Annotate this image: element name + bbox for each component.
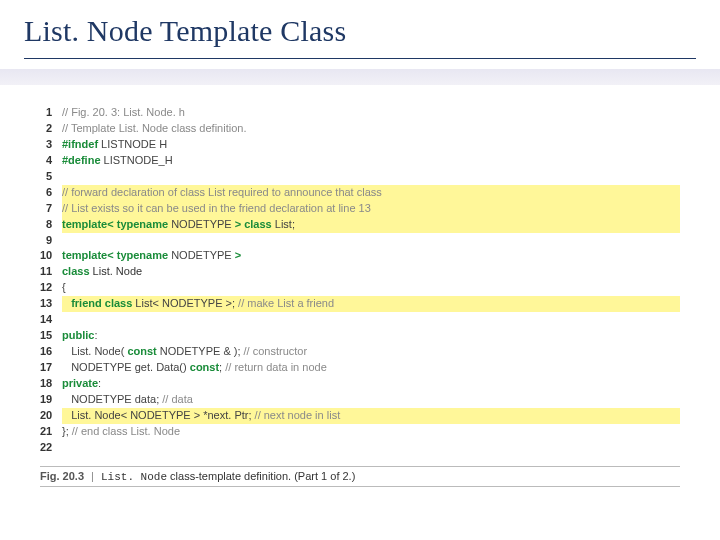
page-title: List. Node Template Class bbox=[24, 14, 696, 48]
line-number: 19 bbox=[40, 392, 62, 408]
line-number: 8 bbox=[40, 217, 62, 233]
code-text: { bbox=[62, 280, 680, 296]
line-number: 2 bbox=[40, 121, 62, 137]
code-line: 9 bbox=[40, 233, 680, 249]
code-line: 19 NODETYPE data; // data bbox=[40, 392, 680, 408]
title-underline bbox=[24, 58, 696, 59]
line-number: 18 bbox=[40, 376, 62, 392]
line-number: 21 bbox=[40, 424, 62, 440]
line-number: 11 bbox=[40, 264, 62, 280]
code-line: 21}; // end class List. Node bbox=[40, 424, 680, 440]
line-number: 9 bbox=[40, 233, 62, 249]
code-text bbox=[62, 312, 680, 328]
code-line: 20 List. Node< NODETYPE > *next. Ptr; //… bbox=[40, 408, 680, 424]
code-text: friend class List< NODETYPE >; // make L… bbox=[62, 296, 680, 312]
code-line: 3#ifndef LISTNODE H bbox=[40, 137, 680, 153]
line-number: 17 bbox=[40, 360, 62, 376]
code-line: 15public: bbox=[40, 328, 680, 344]
caption-separator: | bbox=[87, 470, 98, 482]
code-line: 11class List. Node bbox=[40, 264, 680, 280]
line-number: 3 bbox=[40, 137, 62, 153]
code-line: 12{ bbox=[40, 280, 680, 296]
caption-post: class-template definition. (Part 1 of 2.… bbox=[167, 470, 355, 482]
line-number: 22 bbox=[40, 440, 62, 456]
code-line: 2// Template List. Node class definition… bbox=[40, 121, 680, 137]
code-text bbox=[62, 169, 680, 185]
code-text: #ifndef LISTNODE H bbox=[62, 137, 680, 153]
code-text: template< typename NODETYPE > class List… bbox=[62, 217, 680, 233]
code-line: 6// forward declaration of class List re… bbox=[40, 185, 680, 201]
code-line: 16 List. Node( const NODETYPE & ); // co… bbox=[40, 344, 680, 360]
code-text: List. Node( const NODETYPE & ); // const… bbox=[62, 344, 680, 360]
code-text: // Template List. Node class definition. bbox=[62, 121, 680, 137]
figure-caption: Fig. 20.3 | List. Node class-template de… bbox=[40, 466, 680, 487]
code-line: 8template< typename NODETYPE > class Lis… bbox=[40, 217, 680, 233]
code-text: NODETYPE data; // data bbox=[62, 392, 680, 408]
gradient-band bbox=[0, 69, 720, 85]
line-number: 5 bbox=[40, 169, 62, 185]
code-text: #define LISTNODE_H bbox=[62, 153, 680, 169]
code-line: 4#define LISTNODE_H bbox=[40, 153, 680, 169]
line-number: 15 bbox=[40, 328, 62, 344]
figure-label: Fig. 20.3 bbox=[40, 470, 84, 482]
code-text bbox=[62, 233, 680, 249]
caption-mono: List. Node bbox=[101, 471, 167, 483]
code-text: NODETYPE get. Data() const; // return da… bbox=[62, 360, 680, 376]
code-text: template< typename NODETYPE > bbox=[62, 248, 680, 264]
code-line: 13 friend class List< NODETYPE >; // mak… bbox=[40, 296, 680, 312]
line-number: 12 bbox=[40, 280, 62, 296]
code-line: 17 NODETYPE get. Data() const; // return… bbox=[40, 360, 680, 376]
line-number: 16 bbox=[40, 344, 62, 360]
line-number: 7 bbox=[40, 201, 62, 217]
line-number: 13 bbox=[40, 296, 62, 312]
line-number: 10 bbox=[40, 248, 62, 264]
code-text: class List. Node bbox=[62, 264, 680, 280]
line-number: 14 bbox=[40, 312, 62, 328]
line-number: 20 bbox=[40, 408, 62, 424]
code-text: public: bbox=[62, 328, 680, 344]
code-text bbox=[62, 440, 680, 456]
code-text: List. Node< NODETYPE > *next. Ptr; // ne… bbox=[62, 408, 680, 424]
code-text: // forward declaration of class List req… bbox=[62, 185, 680, 201]
code-text: // List exists so it can be used in the … bbox=[62, 201, 680, 217]
code-text: // Fig. 20. 3: List. Node. h bbox=[62, 105, 680, 121]
code-line: 22 bbox=[40, 440, 680, 456]
line-number: 6 bbox=[40, 185, 62, 201]
line-number: 4 bbox=[40, 153, 62, 169]
code-line: 14 bbox=[40, 312, 680, 328]
code-text: private: bbox=[62, 376, 680, 392]
code-line: 5 bbox=[40, 169, 680, 185]
code-line: 18private: bbox=[40, 376, 680, 392]
code-line: 7// List exists so it can be used in the… bbox=[40, 201, 680, 217]
code-text: }; // end class List. Node bbox=[62, 424, 680, 440]
line-number: 1 bbox=[40, 105, 62, 121]
code-listing: 1// Fig. 20. 3: List. Node. h2// Templat… bbox=[40, 105, 680, 456]
title-wrap: List. Node Template Class bbox=[0, 0, 720, 56]
code-line: 1// Fig. 20. 3: List. Node. h bbox=[40, 105, 680, 121]
code-line: 10template< typename NODETYPE > bbox=[40, 248, 680, 264]
